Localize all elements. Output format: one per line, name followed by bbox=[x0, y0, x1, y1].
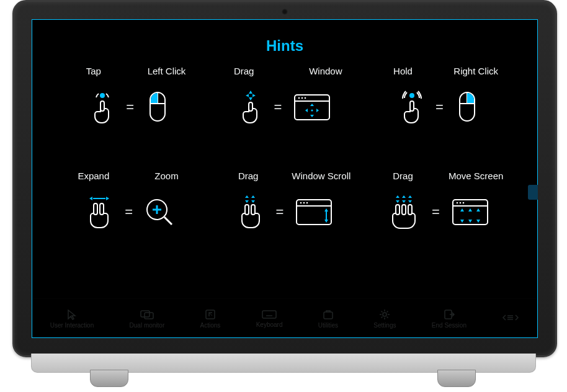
toolbar-user-interaction[interactable]: User Interaction bbox=[50, 308, 94, 329]
svg-point-60 bbox=[459, 202, 461, 204]
svg-marker-6 bbox=[249, 97, 252, 100]
toolbar-dual-monitor[interactable]: Dual monitor bbox=[130, 308, 165, 329]
svg-marker-52 bbox=[408, 195, 412, 198]
toolbar-label: Actions bbox=[200, 322, 221, 329]
svg-marker-37 bbox=[251, 200, 255, 203]
svg-marker-36 bbox=[251, 195, 255, 198]
svg-marker-53 bbox=[408, 200, 412, 203]
toolbar-utilities[interactable]: Utilities bbox=[318, 308, 338, 329]
svg-point-78 bbox=[383, 313, 386, 316]
result-label: Move Screen bbox=[439, 171, 512, 181]
svg-line-31 bbox=[164, 217, 172, 225]
equals-sign: = bbox=[126, 99, 134, 115]
svg-marker-45 bbox=[324, 208, 328, 212]
svg-marker-66 bbox=[476, 208, 480, 212]
svg-marker-5 bbox=[249, 91, 252, 94]
svg-rect-56 bbox=[408, 205, 412, 215]
window-move-icon bbox=[293, 93, 331, 122]
hint-move-screen: Drag Move Screen bbox=[367, 171, 512, 264]
svg-marker-35 bbox=[245, 200, 249, 203]
gesture-label: Expand bbox=[57, 171, 130, 181]
svg-marker-65 bbox=[468, 220, 472, 223]
svg-marker-49 bbox=[396, 200, 400, 203]
three-finger-drag-icon bbox=[390, 195, 421, 229]
toolbar-label: Keyboard bbox=[256, 321, 283, 328]
svg-marker-67 bbox=[476, 220, 480, 223]
svg-point-42 bbox=[300, 202, 302, 204]
svg-rect-68 bbox=[141, 311, 150, 317]
gesture-label: Drag bbox=[212, 66, 276, 76]
pinch-expand-icon bbox=[85, 195, 114, 229]
hint-window-scroll: Drag Window Scroll bbox=[212, 171, 357, 264]
camera-dot bbox=[282, 9, 288, 15]
svg-point-14 bbox=[305, 97, 306, 99]
toolbar-label: Settings bbox=[373, 322, 396, 329]
bottom-toolbar: User Interaction Dual monitor Actions Ke… bbox=[32, 298, 537, 337]
result-label: Zoom bbox=[130, 171, 203, 181]
svg-point-43 bbox=[303, 202, 305, 204]
svg-marker-15 bbox=[310, 104, 314, 106]
laptop-frame: Hints Tap Left Click bbox=[0, 0, 567, 392]
svg-marker-25 bbox=[89, 197, 92, 200]
gesture-label: Tap bbox=[57, 66, 130, 76]
svg-point-20 bbox=[409, 93, 414, 98]
svg-point-61 bbox=[462, 202, 464, 204]
svg-point-59 bbox=[456, 202, 458, 204]
two-finger-scroll-icon bbox=[236, 195, 265, 229]
svg-rect-69 bbox=[145, 313, 153, 319]
hint-expand: Expand Zoom bbox=[57, 171, 203, 264]
svg-point-0 bbox=[100, 93, 105, 98]
result-label: Window Scroll bbox=[285, 171, 358, 181]
hint-hold: Hold Right Click bbox=[367, 66, 512, 159]
equals-sign: = bbox=[274, 99, 282, 115]
hints-grid: Tap Left Click = bbox=[32, 55, 537, 264]
svg-marker-62 bbox=[460, 208, 464, 212]
result-label: Right Click bbox=[439, 66, 512, 76]
svg-marker-63 bbox=[460, 220, 464, 223]
mouse-left-click-icon bbox=[145, 90, 170, 125]
svg-marker-34 bbox=[245, 195, 249, 198]
gesture-label: Hold bbox=[367, 66, 440, 76]
svg-rect-77 bbox=[324, 312, 333, 319]
svg-point-13 bbox=[301, 97, 303, 99]
side-tab[interactable] bbox=[528, 185, 538, 200]
svg-marker-18 bbox=[316, 109, 319, 112]
svg-rect-54 bbox=[396, 205, 400, 215]
window-move-arrows-icon bbox=[451, 198, 489, 226]
result-label: Window bbox=[293, 66, 358, 76]
hint-drag-window: Drag Window bbox=[212, 66, 357, 159]
toolbar-settings[interactable]: Settings bbox=[373, 308, 396, 329]
gesture-label: Drag bbox=[367, 171, 440, 181]
toolbar-label: Dual monitor bbox=[130, 322, 165, 329]
toolbar-label: User Interaction bbox=[50, 322, 94, 329]
svg-rect-28 bbox=[94, 203, 97, 215]
svg-marker-51 bbox=[402, 200, 406, 203]
mouse-right-click-icon bbox=[455, 90, 480, 125]
tap-finger-icon bbox=[90, 90, 115, 125]
hold-finger-icon bbox=[400, 90, 424, 125]
svg-marker-48 bbox=[396, 195, 400, 198]
page-title: Hints bbox=[32, 20, 537, 55]
screen: Hints Tap Left Click bbox=[32, 19, 538, 338]
svg-point-12 bbox=[298, 97, 300, 99]
equals-sign: = bbox=[435, 99, 444, 115]
toolbar-keyboard[interactable]: Keyboard bbox=[256, 309, 283, 328]
svg-marker-64 bbox=[468, 208, 472, 212]
svg-marker-50 bbox=[402, 195, 406, 198]
svg-marker-26 bbox=[106, 197, 109, 200]
toolbar-end-session[interactable]: End Session bbox=[432, 308, 467, 329]
svg-rect-38 bbox=[245, 205, 249, 215]
foot-left bbox=[90, 370, 128, 387]
svg-point-44 bbox=[306, 202, 308, 204]
svg-marker-17 bbox=[305, 109, 308, 112]
window-scroll-icon bbox=[295, 198, 333, 226]
toolbar-label: End Session bbox=[432, 322, 467, 329]
toolbar-actions[interactable]: Actions bbox=[200, 308, 221, 329]
svg-rect-39 bbox=[251, 205, 255, 215]
bezel: Hints Tap Left Click bbox=[12, 0, 557, 357]
toolbar-expand-panel[interactable] bbox=[502, 313, 519, 324]
result-label: Left Click bbox=[130, 66, 203, 76]
zoom-magnifier-icon bbox=[144, 197, 175, 228]
svg-marker-46 bbox=[324, 220, 328, 223]
foot-right bbox=[437, 370, 476, 387]
